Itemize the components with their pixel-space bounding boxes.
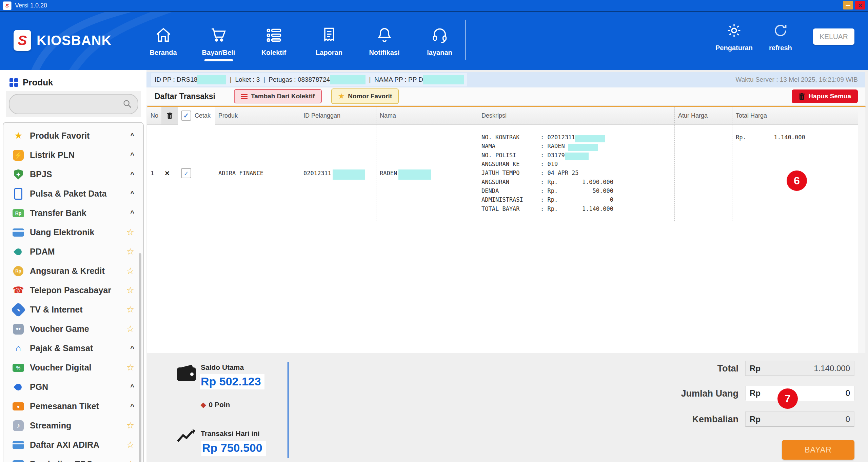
nav-layanan[interactable]: layanan <box>412 22 467 61</box>
favorite-outline-star-icon[interactable]: ☆ <box>125 266 134 276</box>
pengaturan-label: Pengaturan <box>715 44 753 52</box>
poin-value: 0 Poin <box>209 401 230 408</box>
sidebar-item[interactable]: ●Pemesanan Tiket^ <box>3 397 143 416</box>
cell-delete[interactable]: × <box>161 125 178 222</box>
chevron-up-icon[interactable]: ^ <box>125 209 134 217</box>
total-label: Total <box>637 363 738 374</box>
red-list-icon <box>241 93 248 99</box>
annotation-circle-7: 7 <box>777 388 798 409</box>
gamepad-icon: •• <box>12 322 25 336</box>
jumlah-uang-value: 0 <box>761 388 850 398</box>
cell-no: 1 <box>147 125 161 222</box>
table-row: 1 × ✓ ADIRA FINANCE 02012311 RADEN NO. K… <box>147 125 858 222</box>
chevron-up-icon[interactable]: ^ <box>125 170 134 178</box>
nav-kolektif[interactable]: Kolektif <box>246 22 301 61</box>
sidebar-item[interactable]: Uang Elektronik☆ <box>3 223 143 242</box>
favorite-outline-star-icon[interactable]: ☆ <box>125 246 134 257</box>
sidebar-item[interactable]: RpTransfer Bank^ <box>3 203 143 223</box>
minimize-button[interactable] <box>843 1 853 9</box>
refresh-icon <box>772 22 789 39</box>
col-total-harga: Total Harga <box>732 107 858 125</box>
cetak-row-checkbox[interactable]: ✓ <box>181 168 191 178</box>
sidebar-scrollbar[interactable] <box>139 253 141 462</box>
satellite-dish-icon: ◗ <box>12 303 25 317</box>
redaction-block <box>398 169 431 180</box>
nav-notifikasi[interactable]: Notifikasi <box>357 22 412 61</box>
sidebar-item[interactable]: Daftar AXI ADIRA☆ <box>3 435 143 455</box>
cetak-all-checkbox[interactable]: ✓ <box>181 111 191 121</box>
sidebar-title: Produk <box>9 77 53 88</box>
keluar-button[interactable]: KELUAR <box>813 28 854 45</box>
e-money-card-icon <box>12 226 25 239</box>
main-nav: Beranda Bayar/Beli Kolektif Laporan Noti… <box>136 22 467 61</box>
sidebar-item[interactable]: ⌂Pajak & Samsat^ <box>3 339 143 358</box>
col-produk: Produk <box>215 107 300 125</box>
sidebar-item[interactable]: ⚡Listrik PLN^ <box>3 145 143 165</box>
kembalian-label: Kembalian <box>637 414 738 425</box>
sidebar-item[interactable]: ♪Streaming☆ <box>3 416 143 435</box>
chevron-up-icon[interactable]: ^ <box>125 151 134 159</box>
wallet-icon <box>176 364 197 382</box>
sidebar-item-label: Pajak & Samsat <box>30 343 125 353</box>
table-scrollbar[interactable] <box>858 107 866 354</box>
refresh-button[interactable]: refresh <box>769 22 792 52</box>
close-button[interactable]: × <box>855 1 865 9</box>
bayar-button[interactable]: BAYAR <box>782 440 854 460</box>
chevron-up-icon[interactable]: ^ <box>125 402 134 410</box>
favorite-outline-star-icon[interactable]: ☆ <box>125 440 134 450</box>
favorite-outline-star-icon[interactable]: ☆ <box>125 227 134 238</box>
favorite-outline-star-icon[interactable]: ☆ <box>125 459 134 462</box>
sidebar-item[interactable]: Pembelian EDC☆ <box>3 455 143 462</box>
sidebar-item[interactable]: Pulsa & Paket Data^ <box>3 184 143 203</box>
total-field: Rp 1.140.000 <box>745 361 854 376</box>
sidebar-item[interactable]: PDAM☆ <box>3 242 143 261</box>
sidebar-item[interactable]: ••Voucher Game☆ <box>3 319 143 339</box>
favorite-outline-star-icon[interactable]: ☆ <box>125 324 134 334</box>
favorite-outline-star-icon[interactable]: ☆ <box>125 420 134 431</box>
total-value: 1.140.000 <box>761 364 850 373</box>
sidebar-item[interactable]: %Voucher Digital☆ <box>3 358 143 377</box>
favorite-star-icon: ★ <box>12 129 25 143</box>
favorite-outline-star-icon[interactable]: ☆ <box>125 304 134 315</box>
chevron-up-icon[interactable]: ^ <box>125 383 134 391</box>
nav-laporan[interactable]: Laporan <box>301 22 357 61</box>
chevron-up-icon[interactable]: ^ <box>125 132 134 140</box>
favorite-outline-star-icon[interactable]: ☆ <box>125 285 134 296</box>
gas-flame-icon <box>12 380 25 394</box>
kembalian-value: 0 <box>761 415 850 424</box>
chevron-up-icon[interactable]: ^ <box>125 190 134 198</box>
kiosbank-logo-icon: S <box>14 30 31 51</box>
hapus-semua-button[interactable]: Hapus Semua <box>792 89 858 103</box>
session-info-bar: ID PP : DRS18 | Loket : 3 | Petugas : 08… <box>146 72 865 87</box>
redaction-block <box>423 75 464 84</box>
col-delete[interactable] <box>161 107 178 125</box>
brand-name: KIOSBANK <box>37 33 112 48</box>
sidebar-item[interactable]: PGN^ <box>3 377 143 397</box>
favorite-outline-star-icon[interactable]: ☆ <box>125 362 134 373</box>
sidebar-item[interactable]: ☎Telepon Pascabayar☆ <box>3 281 143 300</box>
products-grid-icon <box>9 78 18 87</box>
panel-divider <box>288 362 289 458</box>
sidebar-item[interactable]: ◗TV & Internet☆ <box>3 300 143 319</box>
nav-beranda[interactable]: Beranda <box>136 22 191 61</box>
telephone-icon: ☎ <box>12 284 25 297</box>
transaksi-hari-ini-label: Transaksi Hari ini <box>201 429 260 438</box>
sidebar-item[interactable]: ✚BPJS^ <box>3 165 143 184</box>
sidebar-item[interactable]: ★Produk Favorit^ <box>3 126 143 145</box>
nav-bayar-beli[interactable]: Bayar/Beli <box>191 22 246 61</box>
server-time: Waktu Server : 13 Mei 2025, 16:21:09 WIB <box>736 76 858 83</box>
cetak-label: Cetak <box>195 112 211 119</box>
pengaturan-button[interactable]: Pengaturan <box>715 22 753 52</box>
tambah-dari-kolektif-button[interactable]: Tambah Dari Kolektif <box>234 89 322 103</box>
sidebar-item[interactable]: RpAngsuran & Kredit☆ <box>3 261 143 281</box>
house-tax-icon: ⌂ <box>12 342 25 355</box>
sidebar-item-label: Daftar AXI ADIRA <box>30 440 125 450</box>
nomor-favorit-button[interactable]: ★ Nomor Favorit <box>331 88 399 104</box>
product-search-input[interactable] <box>9 94 138 114</box>
chevron-up-icon[interactable]: ^ <box>125 344 134 352</box>
bell-icon <box>376 26 393 44</box>
ticket-booking-icon: ● <box>12 400 25 413</box>
jumlah-uang-input[interactable]: Rp 0 <box>745 386 854 401</box>
redaction-block <box>197 75 226 84</box>
remove-row-icon[interactable]: × <box>165 168 170 178</box>
